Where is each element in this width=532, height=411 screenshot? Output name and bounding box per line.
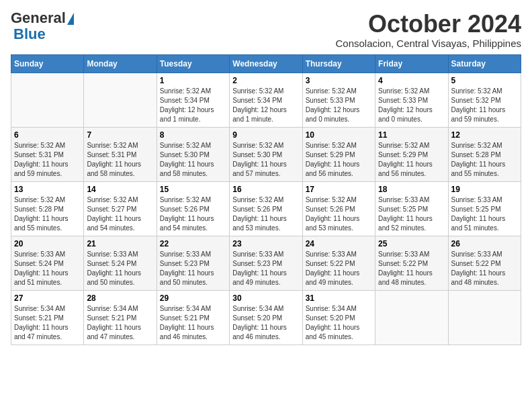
day-info: Sunrise: 5:32 AMSunset: 5:33 PMDaylight:… <box>378 87 445 124</box>
day-info: Sunrise: 5:32 AMSunset: 5:34 PMDaylight:… <box>160 87 226 124</box>
day-number: 16 <box>232 185 299 194</box>
calendar-cell: 16Sunrise: 5:32 AMSunset: 5:26 PMDayligh… <box>230 181 302 236</box>
calendar-cell: 3Sunrise: 5:32 AMSunset: 5:33 PMDaylight… <box>302 73 375 127</box>
calendar-cell <box>11 73 84 127</box>
week-row-2: 6Sunrise: 5:32 AMSunset: 5:31 PMDaylight… <box>11 127 521 181</box>
column-header-monday: Monday <box>84 54 157 73</box>
day-info: Sunrise: 5:34 AMSunset: 5:21 PMDaylight:… <box>160 304 226 342</box>
calendar-cell: 21Sunrise: 5:33 AMSunset: 5:24 PMDayligh… <box>84 236 157 290</box>
calendar-cell: 27Sunrise: 5:34 AMSunset: 5:21 PMDayligh… <box>11 290 84 345</box>
calendar-cell: 20Sunrise: 5:33 AMSunset: 5:24 PMDayligh… <box>11 236 84 290</box>
calendar-cell: 8Sunrise: 5:32 AMSunset: 5:30 PMDaylight… <box>157 127 229 181</box>
column-header-tuesday: Tuesday <box>157 54 229 73</box>
calendar-cell: 4Sunrise: 5:32 AMSunset: 5:33 PMDaylight… <box>375 73 448 127</box>
calendar-cell: 29Sunrise: 5:34 AMSunset: 5:21 PMDayligh… <box>157 290 229 345</box>
calendar-table: SundayMondayTuesdayWednesdayThursdayFrid… <box>11 54 521 345</box>
day-info: Sunrise: 5:32 AMSunset: 5:28 PMDaylight:… <box>14 195 81 233</box>
calendar-cell: 18Sunrise: 5:33 AMSunset: 5:25 PMDayligh… <box>375 181 448 236</box>
day-number: 21 <box>87 239 153 248</box>
calendar-cell: 24Sunrise: 5:33 AMSunset: 5:22 PMDayligh… <box>302 236 375 290</box>
day-info: Sunrise: 5:33 AMSunset: 5:23 PMDaylight:… <box>232 250 299 287</box>
day-number: 30 <box>232 293 299 303</box>
column-header-sunday: Sunday <box>11 54 84 73</box>
day-info: Sunrise: 5:32 AMSunset: 5:28 PMDaylight:… <box>451 141 518 179</box>
calendar-cell: 2Sunrise: 5:32 AMSunset: 5:34 PMDaylight… <box>230 73 302 127</box>
day-number: 22 <box>160 239 226 248</box>
day-number: 2 <box>232 76 299 85</box>
day-info: Sunrise: 5:32 AMSunset: 5:30 PMDaylight:… <box>232 141 299 179</box>
day-info: Sunrise: 5:32 AMSunset: 5:29 PMDaylight:… <box>306 141 372 179</box>
day-info: Sunrise: 5:33 AMSunset: 5:24 PMDaylight:… <box>14 250 81 287</box>
day-number: 24 <box>306 239 372 248</box>
day-number: 12 <box>451 130 518 140</box>
calendar-cell: 14Sunrise: 5:32 AMSunset: 5:27 PMDayligh… <box>84 181 157 236</box>
calendar-cell: 10Sunrise: 5:32 AMSunset: 5:29 PMDayligh… <box>302 127 375 181</box>
day-number: 5 <box>451 76 518 85</box>
calendar-cell: 5Sunrise: 5:32 AMSunset: 5:32 PMDaylight… <box>448 73 521 127</box>
day-info: Sunrise: 5:33 AMSunset: 5:22 PMDaylight:… <box>378 250 445 287</box>
day-info: Sunrise: 5:32 AMSunset: 5:31 PMDaylight:… <box>87 141 153 179</box>
day-number: 9 <box>232 130 299 140</box>
day-info: Sunrise: 5:33 AMSunset: 5:24 PMDaylight:… <box>87 250 153 287</box>
calendar-cell: 19Sunrise: 5:33 AMSunset: 5:25 PMDayligh… <box>448 181 521 236</box>
calendar-cell: 11Sunrise: 5:32 AMSunset: 5:29 PMDayligh… <box>375 127 448 181</box>
column-header-thursday: Thursday <box>302 54 375 73</box>
day-number: 19 <box>451 185 518 194</box>
day-info: Sunrise: 5:34 AMSunset: 5:21 PMDaylight:… <box>87 304 153 342</box>
day-info: Sunrise: 5:32 AMSunset: 5:30 PMDaylight:… <box>160 141 226 179</box>
calendar-cell <box>448 290 521 345</box>
day-number: 26 <box>451 239 518 248</box>
column-header-wednesday: Wednesday <box>230 54 302 73</box>
logo-blue: Blue <box>13 26 46 42</box>
day-number: 31 <box>306 293 372 303</box>
calendar-cell: 25Sunrise: 5:33 AMSunset: 5:22 PMDayligh… <box>375 236 448 290</box>
logo-text: General <box>11 11 74 26</box>
day-number: 8 <box>160 130 226 140</box>
week-row-1: 1Sunrise: 5:32 AMSunset: 5:34 PMDaylight… <box>11 73 521 127</box>
calendar-cell: 28Sunrise: 5:34 AMSunset: 5:21 PMDayligh… <box>84 290 157 345</box>
day-number: 7 <box>87 130 153 140</box>
day-info: Sunrise: 5:33 AMSunset: 5:25 PMDaylight:… <box>451 195 518 233</box>
week-row-5: 27Sunrise: 5:34 AMSunset: 5:21 PMDayligh… <box>11 290 521 345</box>
day-info: Sunrise: 5:32 AMSunset: 5:26 PMDaylight:… <box>306 195 372 233</box>
calendar-cell <box>84 73 157 127</box>
calendar-cell: 12Sunrise: 5:32 AMSunset: 5:28 PMDayligh… <box>448 127 521 181</box>
day-info: Sunrise: 5:34 AMSunset: 5:21 PMDaylight:… <box>14 304 81 342</box>
week-row-3: 13Sunrise: 5:32 AMSunset: 5:28 PMDayligh… <box>11 181 521 236</box>
calendar-cell: 9Sunrise: 5:32 AMSunset: 5:30 PMDaylight… <box>230 127 302 181</box>
calendar-cell <box>375 290 448 345</box>
day-info: Sunrise: 5:32 AMSunset: 5:29 PMDaylight:… <box>378 141 445 179</box>
calendar-cell: 15Sunrise: 5:32 AMSunset: 5:26 PMDayligh… <box>157 181 229 236</box>
day-number: 18 <box>378 185 445 194</box>
calendar-body: 1Sunrise: 5:32 AMSunset: 5:34 PMDaylight… <box>11 73 521 345</box>
day-number: 3 <box>306 76 372 85</box>
calendar-cell: 26Sunrise: 5:33 AMSunset: 5:22 PMDayligh… <box>448 236 521 290</box>
day-info: Sunrise: 5:34 AMSunset: 5:20 PMDaylight:… <box>232 304 299 342</box>
day-info: Sunrise: 5:33 AMSunset: 5:25 PMDaylight:… <box>378 195 445 233</box>
logo: General Blue <box>11 11 74 43</box>
day-number: 10 <box>306 130 372 140</box>
calendar-cell: 13Sunrise: 5:32 AMSunset: 5:28 PMDayligh… <box>11 181 84 236</box>
day-number: 14 <box>87 185 153 194</box>
location-title: Consolacion, Central Visayas, Philippine… <box>335 38 521 49</box>
column-header-friday: Friday <box>375 54 448 73</box>
day-info: Sunrise: 5:32 AMSunset: 5:27 PMDaylight:… <box>87 195 153 233</box>
calendar-header-row: SundayMondayTuesdayWednesdayThursdayFrid… <box>11 54 521 73</box>
day-info: Sunrise: 5:32 AMSunset: 5:34 PMDaylight:… <box>232 87 299 124</box>
day-number: 29 <box>160 293 226 303</box>
day-info: Sunrise: 5:32 AMSunset: 5:33 PMDaylight:… <box>306 87 372 124</box>
day-number: 1 <box>160 76 226 85</box>
day-info: Sunrise: 5:33 AMSunset: 5:23 PMDaylight:… <box>160 250 226 287</box>
calendar-cell: 1Sunrise: 5:32 AMSunset: 5:34 PMDaylight… <box>157 73 229 127</box>
calendar-cell: 23Sunrise: 5:33 AMSunset: 5:23 PMDayligh… <box>230 236 302 290</box>
day-info: Sunrise: 5:34 AMSunset: 5:20 PMDaylight:… <box>306 304 372 342</box>
calendar-cell: 22Sunrise: 5:33 AMSunset: 5:23 PMDayligh… <box>157 236 229 290</box>
day-info: Sunrise: 5:32 AMSunset: 5:26 PMDaylight:… <box>232 195 299 233</box>
day-number: 23 <box>232 239 299 248</box>
day-info: Sunrise: 5:32 AMSunset: 5:31 PMDaylight:… <box>14 141 81 179</box>
calendar-cell: 17Sunrise: 5:32 AMSunset: 5:26 PMDayligh… <box>302 181 375 236</box>
day-number: 28 <box>87 293 153 303</box>
week-row-4: 20Sunrise: 5:33 AMSunset: 5:24 PMDayligh… <box>11 236 521 290</box>
day-info: Sunrise: 5:32 AMSunset: 5:26 PMDaylight:… <box>160 195 226 233</box>
day-number: 20 <box>14 239 81 248</box>
